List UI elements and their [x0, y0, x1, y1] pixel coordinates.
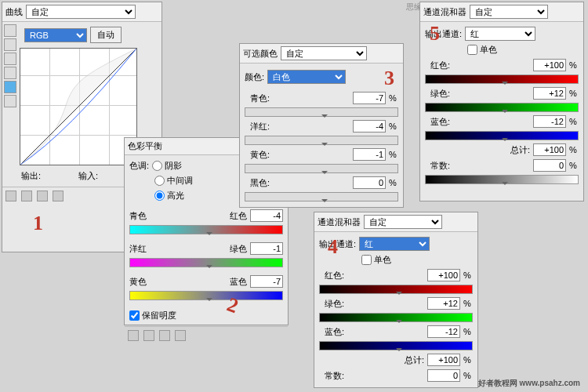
sc-slider-k[interactable] [245, 192, 398, 201]
cm5-slider-b[interactable] [425, 131, 579, 140]
cm4-c[interactable] [427, 369, 460, 382]
cm4-out[interactable]: 红 [359, 237, 430, 251]
cm4-t[interactable] [427, 354, 460, 366]
sc-slider-m[interactable] [245, 136, 398, 145]
midtones-radio[interactable]: 中间调 [154, 175, 193, 187]
cm4-g[interactable] [427, 297, 460, 310]
reset-icon[interactable] [37, 191, 48, 201]
output-label: 输出: [21, 170, 41, 182]
cm4-slider-b[interactable] [319, 341, 473, 350]
hand-icon[interactable] [4, 24, 16, 37]
sc-title: 可选颜色 [243, 48, 278, 60]
cb-slider1[interactable] [129, 225, 283, 234]
cm4-r[interactable] [427, 269, 460, 281]
auto-button[interactable]: 自动 [90, 27, 122, 43]
tone-label: 色调: [129, 160, 149, 172]
cm5-r[interactable] [533, 59, 566, 71]
cm4-title: 通道混和器 [318, 216, 361, 228]
trash-icon[interactable] [53, 191, 64, 201]
cm5-out[interactable]: 红 [465, 27, 535, 41]
curves-title: 曲线 [5, 6, 23, 18]
cm4-slider-r[interactable] [319, 285, 473, 294]
input-label: 输入: [78, 170, 98, 182]
cm5-b[interactable] [533, 115, 566, 128]
sc-k[interactable] [353, 176, 386, 189]
cm5-preset[interactable]: 自定 [470, 5, 548, 19]
cm5-out-label: 输出通道: [425, 28, 462, 40]
cm4-b[interactable] [427, 325, 460, 338]
channel-mixer-5: 通道混和器自定 输出通道:红 单色 红色:% 绿色:% 蓝色:% 总计:% 常数… [419, 2, 584, 201]
clip-icon[interactable] [5, 191, 16, 201]
cm4-out-label: 输出通道: [319, 238, 356, 250]
selective-color-panel: 可选颜色 自定 颜色: 白色 青色:% 洋红:% 黄色:% 黑色:% [239, 43, 404, 208]
cm5-slider-c[interactable] [425, 175, 579, 184]
cm5-slider-g[interactable] [425, 103, 579, 112]
sc-c[interactable] [353, 92, 386, 104]
reset-icon[interactable] [159, 330, 170, 341]
cm5-slider-r[interactable] [425, 74, 579, 84]
sc-slider-y[interactable] [245, 164, 398, 173]
cm4-preset[interactable]: 自定 [364, 215, 442, 229]
eyedropper-black-icon[interactable] [4, 38, 16, 51]
cb-slider2[interactable] [129, 258, 283, 267]
trash-icon[interactable] [175, 330, 186, 341]
curves-channel[interactable]: RGB [24, 28, 87, 42]
red-label: 红色 [230, 210, 247, 222]
highlights-radio[interactable]: 高光 [154, 190, 184, 201]
cm4-slider-g[interactable] [319, 313, 473, 322]
cyan-label: 青色 [129, 210, 147, 222]
cm5-g[interactable] [533, 87, 566, 100]
clip-icon[interactable] [128, 330, 139, 341]
cm5-mono[interactable]: 单色 [467, 44, 497, 56]
cb-val3[interactable] [250, 275, 283, 288]
shadows-radio[interactable]: 阴影 [152, 160, 182, 172]
sc-colors-label: 颜色: [245, 71, 264, 83]
cm5-t[interactable] [533, 143, 566, 156]
curves-graph[interactable] [20, 48, 137, 165]
blue-label: 蓝色 [230, 276, 247, 288]
curves-tools [4, 24, 18, 107]
preserve-lum[interactable]: 保留明度 [129, 310, 176, 321]
cb-title: 色彩平衡 [128, 140, 162, 152]
sc-y[interactable] [353, 148, 386, 161]
cb-val1[interactable] [250, 209, 283, 222]
eyedropper-gray-icon[interactable] [4, 53, 16, 65]
cm5-title: 通道混和器 [423, 6, 466, 18]
cm4-mono[interactable]: 单色 [361, 254, 391, 266]
green-label: 绿色 [230, 243, 247, 255]
pencil-icon[interactable] [4, 95, 16, 107]
sc-preset[interactable]: 自定 [281, 46, 367, 60]
sc-color-select[interactable]: 白色 [267, 70, 346, 84]
curves-preset[interactable]: 自定 [26, 5, 136, 19]
eyedropper-white-icon[interactable] [4, 67, 16, 79]
eye-icon[interactable] [21, 191, 32, 201]
cm5-c[interactable] [533, 159, 566, 172]
sc-slider-c[interactable] [245, 107, 398, 117]
sc-m[interactable] [353, 120, 386, 132]
yellow-label: 黄色 [129, 276, 147, 288]
channel-mixer-4: 通道混和器自定 输出通道:红 单色 红色:% 绿色:% 蓝色:% 总计:% 常数… [314, 212, 478, 388]
eye-icon[interactable] [143, 330, 154, 341]
cb-slider3[interactable] [129, 291, 283, 300]
cb-val2[interactable] [250, 242, 283, 255]
curve-icon[interactable] [4, 81, 16, 93]
magenta-label: 洋红 [129, 243, 147, 255]
